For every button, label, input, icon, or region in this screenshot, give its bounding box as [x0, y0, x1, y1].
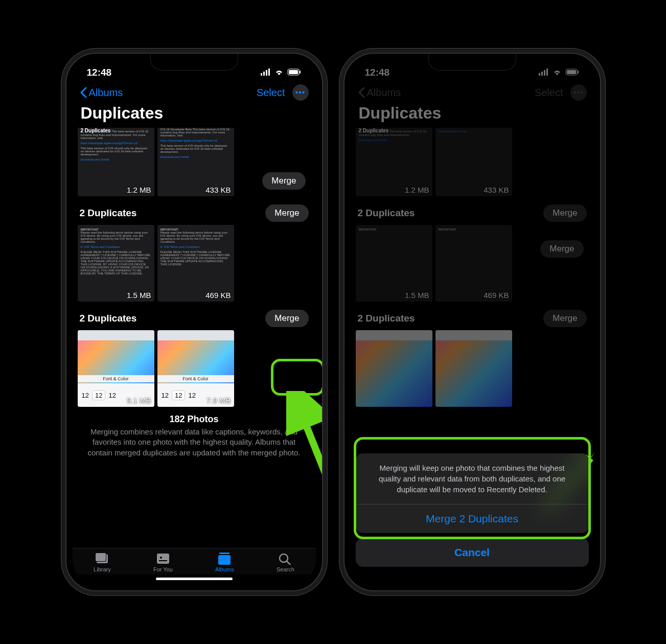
signal-icon [539, 67, 549, 78]
photo-thumbnail [356, 330, 432, 407]
home-indicator[interactable] [156, 578, 233, 580]
svg-rect-12 [159, 560, 167, 561]
content-scroll[interactable]: 2 Duplicates This beta version of iOS 16… [73, 128, 316, 548]
svg-rect-6 [300, 71, 301, 74]
more-button[interactable]: ••• [570, 84, 587, 101]
svg-rect-13 [219, 553, 229, 554]
file-size: 7.9 MB [206, 396, 231, 405]
svg-rect-21 [544, 70, 545, 76]
page-title: Duplicates [73, 102, 316, 128]
photo-count: 182 Photos [78, 414, 311, 425]
battery-icon [565, 67, 580, 78]
phone-left: 12:48 Albums Select ••• [65, 53, 323, 591]
battery-icon [287, 67, 302, 78]
merge-button: Merge [543, 204, 586, 222]
photo-thumbnail: 2 Duplicates This beta version of iOS 16… [356, 128, 432, 196]
library-icon [95, 553, 109, 565]
status-time: 12:48 [365, 67, 390, 78]
chevron-left-icon [358, 87, 365, 98]
photo-thumbnail[interactable]: IMPORTANT Please read the following term… [78, 225, 154, 302]
merge-button[interactable]: Merge [265, 204, 308, 222]
photo-thumbnail[interactable]: 12 12 12 Font & Color 9.1 MB [78, 330, 154, 407]
photo-thumbnail[interactable]: IMPORTANT Please read the following term… [157, 225, 234, 302]
foryou-icon [156, 553, 170, 565]
phone-right: 12:48 Albums Select ••• Duplicates [343, 53, 601, 591]
page-title: Duplicates [351, 102, 594, 128]
svg-rect-2 [266, 70, 267, 76]
notch [150, 54, 238, 71]
svg-rect-20 [541, 72, 543, 76]
group-title: 2 Duplicates [80, 208, 137, 219]
photo-thumbnail: IMPORTANT1.5 MB [356, 225, 432, 302]
notch [428, 54, 516, 71]
more-button[interactable]: ••• [292, 84, 309, 101]
svg-line-16 [287, 561, 290, 565]
select-button[interactable]: Select [535, 87, 563, 99]
footer-description: Merging combines relevant data like capt… [78, 425, 311, 463]
wifi-icon [552, 67, 562, 78]
tab-bar: Library For You Albums Search [73, 548, 316, 574]
photo-thumbnail[interactable]: iOS 16 Developer Beta This beta version … [157, 128, 234, 196]
svg-rect-25 [578, 71, 579, 74]
svg-rect-5 [289, 70, 298, 74]
file-size: 9.1 MB [127, 396, 151, 405]
action-sheet: Merging will keep one photo that combine… [351, 453, 594, 584]
photo-thumbnail: Download and Install 433 KB [435, 128, 512, 196]
file-size: 469 KB [205, 291, 231, 300]
merge-button: Merge [540, 240, 583, 258]
nav-bar: Albums Select ••• [73, 80, 316, 102]
svg-rect-3 [268, 68, 270, 76]
back-label: Albums [367, 87, 401, 99]
tab-search[interactable]: Search [277, 553, 294, 572]
group-title: 2 Duplicates [80, 313, 137, 324]
file-size: 1.5 MB [127, 291, 151, 300]
svg-rect-22 [546, 68, 548, 76]
nav-bar: Albums Select ••• [351, 80, 594, 102]
tab-library[interactable]: Library [94, 553, 111, 572]
back-label: Albums [89, 87, 123, 99]
chevron-left-icon [80, 87, 87, 98]
merge-button: Merge [543, 310, 586, 327]
photo-thumbnail [435, 330, 512, 407]
merge-duplicates-action[interactable]: Merge 2 Duplicates [356, 504, 589, 533]
file-size: 433 KB [205, 186, 231, 194]
svg-rect-19 [539, 73, 540, 76]
photo-thumbnail: IMPORTANT469 KB [435, 225, 512, 302]
signal-icon [261, 67, 271, 78]
albums-icon [217, 553, 232, 565]
file-size: 1.2 MB [127, 186, 151, 194]
status-time: 12:48 [87, 67, 112, 78]
svg-rect-1 [263, 72, 265, 76]
wifi-icon [274, 67, 284, 78]
duplicate-group: 2 Duplicates Merge 12 12 12 Font & Color… [78, 307, 311, 407]
svg-rect-10 [157, 554, 169, 564]
duplicate-group: 2 Duplicates Merge IMPORTANT Please read… [78, 201, 311, 302]
search-icon [278, 553, 292, 565]
tab-foryou[interactable]: For You [153, 553, 173, 572]
merge-button[interactable]: Merge [262, 172, 305, 190]
svg-rect-14 [218, 555, 231, 565]
tab-albums[interactable]: Albums [215, 553, 234, 572]
duplicate-group: 2 Duplicates This beta version of iOS 16… [78, 128, 311, 196]
photo-thumbnail[interactable]: 12 12 12 Font & Color 7.9 MB [157, 330, 234, 407]
back-button[interactable]: Albums [80, 87, 123, 99]
photo-thumbnail[interactable]: 2 Duplicates This beta version of iOS 16… [78, 128, 154, 196]
select-button[interactable]: Select [257, 87, 285, 99]
svg-rect-9 [96, 553, 106, 561]
ellipsis-icon: ••• [573, 88, 584, 97]
svg-point-11 [160, 557, 162, 559]
sheet-message: Merging will keep one photo that combine… [356, 453, 589, 504]
svg-rect-24 [567, 70, 576, 74]
merge-button[interactable]: Merge [265, 310, 308, 327]
cancel-button[interactable]: Cancel [356, 538, 589, 567]
back-button[interactable]: Albums [358, 87, 401, 99]
svg-rect-0 [261, 73, 262, 76]
ellipsis-icon: ••• [295, 88, 306, 97]
